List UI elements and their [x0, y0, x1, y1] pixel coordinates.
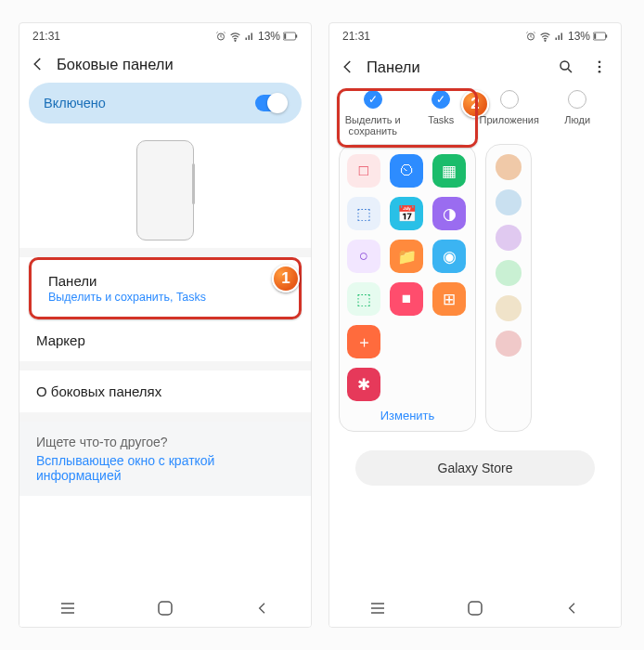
- panel-tab-2[interactable]: Приложения: [475, 90, 544, 136]
- page-title: Панели: [367, 58, 420, 76]
- page-title: Боковые панели: [57, 56, 174, 73]
- app-icon: 📅: [390, 197, 423, 230]
- system-navbar: [19, 590, 311, 627]
- nav-home[interactable]: [466, 599, 484, 618]
- panel-tabs: Выделить и сохранитьTasksПриложенияЛюди: [339, 90, 612, 136]
- svg-point-14: [560, 61, 569, 70]
- toggle-switch[interactable]: [255, 95, 287, 111]
- panel-tab-label: Приложения: [475, 114, 544, 125]
- back-icon: [255, 601, 270, 616]
- nav-recents[interactable]: [368, 599, 387, 618]
- app-icon: ▦: [432, 154, 466, 188]
- row-marker[interactable]: Маркер: [19, 319, 311, 361]
- app-icon: □: [347, 154, 380, 188]
- app-icon: ■: [390, 282, 423, 316]
- status-time: 21:31: [32, 30, 60, 43]
- app-icon: ⊞: [432, 282, 466, 316]
- svg-point-17: [599, 66, 601, 69]
- status-bar: 21:31 13%: [19, 23, 311, 49]
- search-button[interactable]: [554, 55, 578, 79]
- enabled-toggle-row[interactable]: Включено: [29, 83, 302, 124]
- nav-home[interactable]: [156, 599, 174, 618]
- row-about[interactable]: О боковых панелях: [19, 370, 311, 412]
- status-bar: 21:31 13%: [329, 23, 621, 49]
- screen-edge-panels-settings: 21:31 13% Боковые панели Включено 1 Пане…: [19, 22, 312, 628]
- row-panels[interactable]: Панели Выделить и сохранить, Tasks: [29, 257, 302, 319]
- contact-avatar: [496, 260, 522, 286]
- app-icon: ⬚: [347, 282, 380, 316]
- screen-panels-list: 21:31 13% Панели 2 Выделить и сохранитьT…: [328, 22, 622, 628]
- app-icon: ✱: [347, 368, 380, 401]
- edit-link[interactable]: Изменить: [347, 409, 468, 422]
- panel-tab-3[interactable]: Люди: [544, 90, 612, 136]
- panel-tab-label: Люди: [544, 114, 612, 125]
- alarm-icon: [215, 31, 226, 42]
- recents-icon: [369, 602, 386, 615]
- app-icon: ⬚: [347, 197, 380, 230]
- svg-rect-13: [594, 33, 596, 39]
- home-icon: [467, 600, 483, 617]
- settings-section: Панели Выделить и сохранить, Tasks Марке…: [19, 248, 311, 361]
- nav-back[interactable]: [563, 599, 582, 618]
- panel-tab-checkbox[interactable]: [500, 90, 519, 109]
- status-time: 21:31: [342, 30, 370, 43]
- more-vert-icon: [591, 58, 608, 75]
- phone-mock-icon: [136, 140, 194, 240]
- other-heading: Ищете что-то другое?: [19, 422, 311, 453]
- back-button[interactable]: [29, 55, 47, 73]
- panel-tab-checkbox[interactable]: [364, 90, 382, 109]
- panel-tab-1[interactable]: Tasks: [407, 90, 476, 136]
- home-icon: [157, 600, 174, 617]
- svg-rect-8: [159, 602, 172, 615]
- row-popup-info[interactable]: Всплывающее окно с краткой информацией: [19, 453, 311, 496]
- svg-line-15: [568, 69, 572, 72]
- panel-preview-people[interactable]: [485, 144, 532, 432]
- contact-avatar: [496, 331, 522, 357]
- svg-point-18: [599, 71, 601, 73]
- status-right: 13%: [525, 30, 608, 43]
- battery-pct: 13%: [568, 30, 590, 43]
- svg-point-16: [599, 60, 601, 63]
- nav-back[interactable]: [253, 599, 272, 618]
- header: Панели: [329, 49, 621, 88]
- chevron-left-icon: [30, 56, 46, 72]
- row-panels-sub: Выделить и сохранить, Tasks: [48, 291, 282, 304]
- svg-rect-4: [284, 33, 286, 39]
- other-section: Ищете что-то другое? Всплывающее окно с …: [19, 412, 311, 496]
- panel-tab-checkbox[interactable]: [431, 90, 450, 109]
- contact-avatar: [496, 295, 522, 321]
- battery-icon: [593, 32, 608, 41]
- recents-icon: [59, 602, 76, 615]
- back-button[interactable]: [339, 58, 357, 76]
- app-icon: ○: [347, 240, 380, 273]
- panels-previews: □⏲▦⬚📅◑○📁◉⬚■⊞＋✱ Изменить: [329, 136, 621, 432]
- battery-pct: 13%: [258, 30, 280, 43]
- about-section: О боковых панелях: [19, 361, 311, 412]
- signal-icon: [554, 31, 565, 42]
- system-navbar: [329, 590, 621, 627]
- svg-point-1: [235, 40, 236, 41]
- svg-rect-3: [296, 34, 298, 37]
- panel-tab-label: Выделить и сохранить: [339, 114, 407, 136]
- app-icon: ◉: [432, 240, 466, 273]
- more-button[interactable]: [587, 55, 612, 79]
- panel-tab-label: Tasks: [407, 114, 476, 125]
- svg-point-10: [545, 40, 546, 41]
- alarm-icon: [525, 31, 536, 42]
- wifi-icon: [229, 31, 241, 43]
- nav-recents[interactable]: [58, 599, 77, 618]
- search-icon: [558, 58, 574, 75]
- galaxy-store-button[interactable]: Galaxy Store: [355, 450, 595, 486]
- contact-avatar: [496, 189, 522, 215]
- panel-preview-apps[interactable]: □⏲▦⬚📅◑○📁◉⬚■⊞＋✱ Изменить: [339, 144, 476, 432]
- app-icon: ⏲: [390, 154, 423, 188]
- enabled-label: Включено: [44, 96, 106, 110]
- status-right: 13%: [215, 30, 298, 43]
- wifi-icon: [539, 31, 551, 43]
- edge-panel-illustration: [19, 124, 311, 248]
- battery-icon: [283, 32, 298, 41]
- panel-tab-checkbox[interactable]: [568, 90, 586, 109]
- contact-avatar: [496, 225, 522, 251]
- svg-rect-12: [606, 34, 608, 37]
- panel-tab-0[interactable]: Выделить и сохранить: [339, 90, 407, 136]
